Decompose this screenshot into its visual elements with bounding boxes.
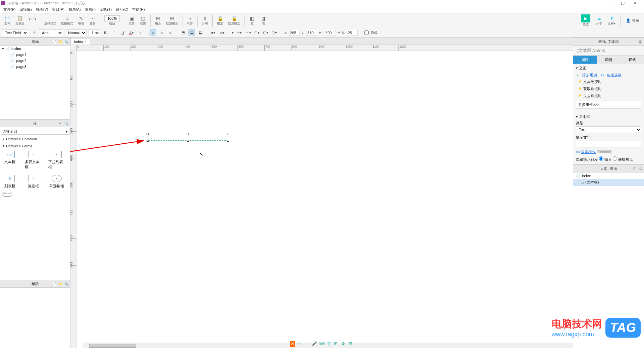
preview-btn[interactable]: ▶预览 bbox=[579, 14, 592, 27]
align-btn[interactable]: ⫞对齐 bbox=[184, 15, 195, 26]
send-back[interactable]: ▢底层 bbox=[138, 15, 148, 26]
eyedropper-btn[interactable]: ↗ bbox=[30, 29, 37, 36]
radio-focus[interactable] bbox=[613, 156, 617, 161]
menu-team[interactable]: 团队(T) bbox=[98, 7, 114, 12]
font-style-select[interactable]: Normal bbox=[65, 29, 87, 36]
lock-ratio-btn[interactable]: ⇄ bbox=[337, 31, 340, 34]
font-size-select[interactable]: 13 bbox=[89, 29, 100, 36]
popout-icon[interactable]: ◫ bbox=[638, 39, 643, 44]
scrollbar-thumb[interactable] bbox=[89, 344, 136, 348]
expand-icon[interactable]: ▾ bbox=[2, 47, 4, 51]
tab-style[interactable]: 样式 bbox=[621, 56, 644, 64]
line-width-btn[interactable]: ═▾ bbox=[236, 29, 243, 36]
library-select[interactable]: 选择全部 bbox=[1, 128, 69, 135]
tab-properties[interactable]: 属性 bbox=[573, 56, 597, 64]
pen-tool[interactable]: ✎钢笔 bbox=[76, 15, 87, 26]
clipboard-group[interactable]: 📋剪贴板 bbox=[13, 15, 26, 26]
add-folder-icon[interactable]: 📁 bbox=[58, 39, 63, 44]
lib-item-listbox[interactable]: ☰列表框 bbox=[1, 175, 18, 189]
unlock-btn[interactable]: 🔓取消锁定 bbox=[226, 15, 242, 26]
search-icon[interactable]: 🔍 bbox=[64, 121, 69, 126]
align-right-btn[interactable]: ◨右 bbox=[258, 15, 269, 26]
close-button[interactable]: ✕ bbox=[631, 1, 639, 5]
lib-item-radio[interactable]: ●单选按钮 bbox=[48, 175, 65, 189]
widget-type-select[interactable]: Text Field bbox=[2, 29, 28, 36]
italic-btn[interactable]: I bbox=[111, 29, 117, 36]
ime-mic-icon[interactable]: 🎤 bbox=[312, 341, 317, 347]
menu-help[interactable]: 帮助(H) bbox=[130, 7, 147, 12]
menu-icon[interactable]: ≡ bbox=[58, 121, 63, 126]
menu-file[interactable]: 文件(F) bbox=[1, 7, 17, 12]
zoom-control[interactable]: 缩放 bbox=[102, 15, 122, 26]
add-icon[interactable]: 📄 bbox=[52, 281, 57, 286]
share-btn[interactable]: ☁分享 bbox=[594, 15, 604, 26]
y-input[interactable] bbox=[307, 30, 317, 36]
align-left-text-btn[interactable]: ≡ bbox=[150, 29, 156, 36]
collapse-icon[interactable]: ▾ bbox=[576, 66, 578, 70]
tab-notes[interactable]: 说明 bbox=[597, 56, 620, 64]
align-left-btn[interactable]: ◧左 bbox=[247, 15, 257, 26]
undo-redo-group[interactable]: ↶↷ bbox=[27, 16, 38, 25]
page-item[interactable]: 📄page2 bbox=[0, 58, 70, 64]
collapse-icon[interactable]: ▾ bbox=[576, 115, 578, 119]
ime-tool-icon[interactable]: ⊞ bbox=[334, 341, 339, 347]
sogou-icon[interactable]: S bbox=[290, 341, 295, 347]
valign-middle-btn[interactable]: ⬓ bbox=[189, 29, 195, 36]
menu-view[interactable]: 视图(V) bbox=[34, 7, 50, 12]
corner-btn[interactable]: ◠▾ bbox=[254, 29, 260, 36]
ime-skin-icon[interactable]: 👕 bbox=[327, 341, 332, 347]
event-lost-focus[interactable]: 失去焦点时 bbox=[576, 92, 641, 99]
group-btn[interactable]: ⊞组合 bbox=[153, 15, 163, 26]
line-spacing-btn[interactable]: ↕ bbox=[137, 29, 144, 36]
arrow-btn[interactable]: →▾ bbox=[245, 29, 252, 36]
font-color-btn[interactable]: A▾ bbox=[128, 29, 135, 36]
add-page-icon[interactable]: 📄 bbox=[52, 39, 57, 44]
minimize-button[interactable]: — bbox=[606, 1, 614, 5]
event-got-focus[interactable]: 获取焦点时 bbox=[576, 85, 641, 92]
bring-front[interactable]: ▣顶层 bbox=[126, 15, 137, 26]
lib-item-textfield[interactable]: abc|文本框 bbox=[1, 151, 18, 169]
underline-btn[interactable]: U bbox=[119, 29, 126, 36]
valign-bottom-btn[interactable]: ⬓ bbox=[197, 29, 204, 36]
widget-name-field[interactable]: (文本框 Name) bbox=[573, 46, 644, 56]
ime-punct-icon[interactable]: ' bbox=[305, 341, 310, 347]
page-root[interactable]: ▾📄index bbox=[0, 46, 70, 52]
outline-widget[interactable]: ▭(文本框) bbox=[573, 179, 644, 186]
menu-edit[interactable]: 编辑(E) bbox=[17, 7, 34, 12]
outline-page[interactable]: 📄index bbox=[573, 172, 644, 179]
hint-input[interactable] bbox=[576, 141, 641, 147]
w-input[interactable] bbox=[325, 30, 335, 36]
lib-item-textarea[interactable]: ≡多行文本框 bbox=[25, 151, 42, 169]
search-icon[interactable]: 🔍 bbox=[638, 166, 643, 171]
lib-item-submit[interactable]: SUBMIT bbox=[2, 192, 12, 197]
hint-style-link[interactable]: 提示样式 bbox=[581, 149, 596, 154]
filter-icon[interactable]: ▽ bbox=[632, 166, 637, 171]
menu-publish[interactable]: 发布(I) bbox=[83, 7, 98, 12]
menu-project[interactable]: 项目(P) bbox=[50, 7, 66, 12]
lock-btn[interactable]: 🔒锁定 bbox=[215, 15, 225, 26]
shadow1-btn[interactable]: ▢▾ bbox=[262, 29, 269, 36]
ime-zh-icon[interactable]: 中 bbox=[297, 341, 303, 347]
ungroup-btn[interactable]: ⊟取消组合 bbox=[164, 15, 180, 26]
align-center-text-btn[interactable]: ≡ bbox=[158, 29, 165, 36]
ime-keyboard-icon[interactable]: ⌨ bbox=[319, 341, 325, 347]
canvas-tab-index[interactable]: index× bbox=[70, 38, 90, 45]
radio-input[interactable] bbox=[599, 156, 603, 161]
border-btn[interactable]: ▭▾ bbox=[219, 29, 225, 36]
lib-section-forms[interactable]: ▾Default > Forms bbox=[0, 142, 70, 149]
publish-btn[interactable]: ⬆发布▾ bbox=[606, 15, 618, 26]
select-mode[interactable]: ⬚选择模式 bbox=[42, 15, 58, 26]
event-text-changed[interactable]: 文本改变时 bbox=[576, 78, 641, 85]
add-case-link[interactable]: 添加用例 bbox=[582, 73, 597, 78]
line-style-btn[interactable]: —▾ bbox=[227, 29, 234, 36]
maximize-button[interactable]: ▢ bbox=[619, 1, 627, 5]
menu-layout[interactable]: 布局(A) bbox=[66, 7, 83, 12]
page-item[interactable]: 📄page3 bbox=[0, 64, 70, 70]
x-input[interactable] bbox=[289, 30, 300, 36]
h-input[interactable] bbox=[347, 30, 358, 36]
textfield-widget-selected[interactable] bbox=[148, 134, 228, 141]
ime-more-icon[interactable]: ⊟ bbox=[349, 341, 354, 347]
search-icon[interactable]: 🔍 bbox=[64, 39, 69, 44]
design-canvas[interactable]: ↖ bbox=[76, 51, 573, 348]
lib-item-droplist[interactable]: ▾下拉列表框 bbox=[48, 151, 65, 169]
